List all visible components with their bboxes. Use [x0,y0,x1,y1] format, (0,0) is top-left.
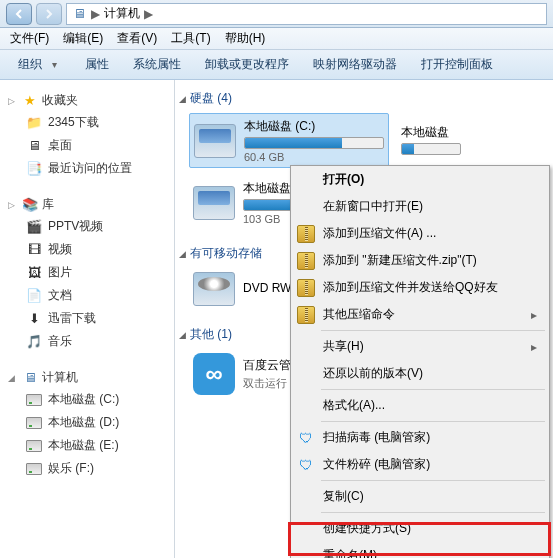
ctx-open-new-window[interactable]: 在新窗口中打开(E) [291,193,549,220]
system-properties-button[interactable]: 系统属性 [129,54,185,75]
zip-icon [297,306,315,324]
sidebar-item-drive-e[interactable]: 本地磁盘 (E:) [4,434,170,457]
sidebar-computer-header[interactable]: ◢🖥 计算机 [4,367,170,388]
submenu-arrow-icon: ▸ [531,308,537,322]
zip-icon [297,252,315,270]
sidebar-libraries-header[interactable]: ▷📚 库 [4,194,170,215]
ctx-separator [321,512,545,513]
desktop-icon: 🖥 [26,138,42,154]
toolbar: 组织 ▾ 属性 系统属性 卸载或更改程序 映射网络驱动器 打开控制面板 [0,50,553,80]
drive-c[interactable]: 本地磁盘 (C:) 60.4 GB [189,113,389,168]
ctx-separator [321,421,545,422]
drive-icon [194,124,236,158]
properties-button[interactable]: 属性 [81,54,113,75]
submenu-arrow-icon: ▸ [531,340,537,354]
usage-bar [244,137,384,149]
sidebar-item-2345[interactable]: 📁2345下载 [4,111,170,134]
computer-icon: 🖥 [22,370,38,386]
sidebar-favorites-header[interactable]: ▷★ 收藏夹 [4,90,170,111]
computer-icon: 🖥 [71,6,87,22]
ctx-create-shortcut[interactable]: 创建快捷方式(S) [291,515,549,542]
ctx-other-archive[interactable]: 其他压缩命令▸ [291,301,549,328]
section-hdd-header[interactable]: ◢硬盘 (4) [179,88,549,109]
ctx-separator [321,480,545,481]
drive-icon [193,186,235,220]
sidebar-item-desktop[interactable]: 🖥桌面 [4,134,170,157]
documents-icon: 📄 [26,288,42,304]
ctx-copy[interactable]: 复制(C) [291,483,549,510]
drive-icon [26,440,42,452]
ctx-separator [321,389,545,390]
menu-tools[interactable]: 工具(T) [165,28,216,49]
sidebar-item-drive-f[interactable]: 娱乐 (F:) [4,457,170,480]
breadcrumb-arrow: ▶ [144,7,153,21]
drive-icon [26,463,42,475]
sidebar-item-documents[interactable]: 📄文档 [4,284,170,307]
organize-button[interactable]: 组织 ▾ [10,52,65,77]
ctx-open[interactable]: 打开(O) [291,166,549,193]
back-button[interactable] [6,3,32,25]
drive-item[interactable]: 本地磁盘 [397,113,497,168]
uninstall-button[interactable]: 卸载或更改程序 [201,54,293,75]
menu-view[interactable]: 查看(V) [111,28,163,49]
sidebar-item-video[interactable]: 🎞视频 [4,238,170,261]
shield-icon: 🛡 [297,456,315,474]
ctx-separator [321,330,545,331]
menu-edit[interactable]: 编辑(E) [57,28,109,49]
library-icon: 📚 [22,197,38,213]
sidebar-item-drive-d[interactable]: 本地磁盘 (D:) [4,411,170,434]
usage-bar [401,143,461,155]
ctx-add-zip[interactable]: 添加到 "新建压缩文件.zip"(T) [291,247,549,274]
download-icon: ⬇ [26,311,42,327]
ctx-file-shred[interactable]: 🛡文件粉碎 (电脑管家) [291,451,549,478]
sidebar-item-recent[interactable]: 📑最近访问的位置 [4,157,170,180]
menu-file[interactable]: 文件(F) [4,28,55,49]
folder-icon: 📁 [26,115,42,131]
breadcrumb-location[interactable]: 计算机 [104,5,140,22]
ctx-add-archive[interactable]: 添加到压缩文件(A) ... [291,220,549,247]
sidebar-item-pictures[interactable]: 🖼图片 [4,261,170,284]
video-icon: 🎬 [26,219,42,235]
ctx-share[interactable]: 共享(H)▸ [291,333,549,360]
drive-icon [26,394,42,406]
zip-icon [297,225,315,243]
titlebar: 🖥 ▶ 计算机 ▶ [0,0,553,28]
pictures-icon: 🖼 [26,265,42,281]
sidebar-item-pptv[interactable]: 🎬PPTV视频 [4,215,170,238]
address-bar[interactable]: 🖥 ▶ 计算机 ▶ [66,3,547,25]
forward-button[interactable] [36,3,62,25]
zip-icon [297,279,315,297]
control-panel-button[interactable]: 打开控制面板 [417,54,497,75]
ctx-add-send-qq[interactable]: 添加到压缩文件并发送给QQ好友 [291,274,549,301]
ctx-restore[interactable]: 还原以前的版本(V) [291,360,549,387]
menu-help[interactable]: 帮助(H) [219,28,272,49]
music-icon: 🎵 [26,334,42,350]
ctx-format[interactable]: 格式化(A)... [291,392,549,419]
sidebar-item-drive-c[interactable]: 本地磁盘 (C:) [4,388,170,411]
breadcrumb-arrow: ▶ [91,7,100,21]
dvd-icon [193,272,235,306]
cloud-icon: ∞ [193,353,235,395]
sidebar-item-xunlei[interactable]: ⬇迅雷下载 [4,307,170,330]
sidebar: ▷★ 收藏夹 📁2345下载 🖥桌面 📑最近访问的位置 ▷📚 库 🎬PPTV视频… [0,80,175,558]
menubar: 文件(F) 编辑(E) 查看(V) 工具(T) 帮助(H) [0,28,553,50]
sidebar-item-music[interactable]: 🎵音乐 [4,330,170,353]
ctx-rename[interactable]: 重命名(M) [291,542,549,558]
map-drive-button[interactable]: 映射网络驱动器 [309,54,401,75]
recent-icon: 📑 [26,161,42,177]
video-icon: 🎞 [26,242,42,258]
shield-icon: 🛡 [297,429,315,447]
drive-icon [26,417,42,429]
context-menu: 打开(O) 在新窗口中打开(E) 添加到压缩文件(A) ... 添加到 "新建压… [290,165,550,558]
ctx-scan-virus[interactable]: 🛡扫描病毒 (电脑管家) [291,424,549,451]
star-icon: ★ [22,93,38,109]
